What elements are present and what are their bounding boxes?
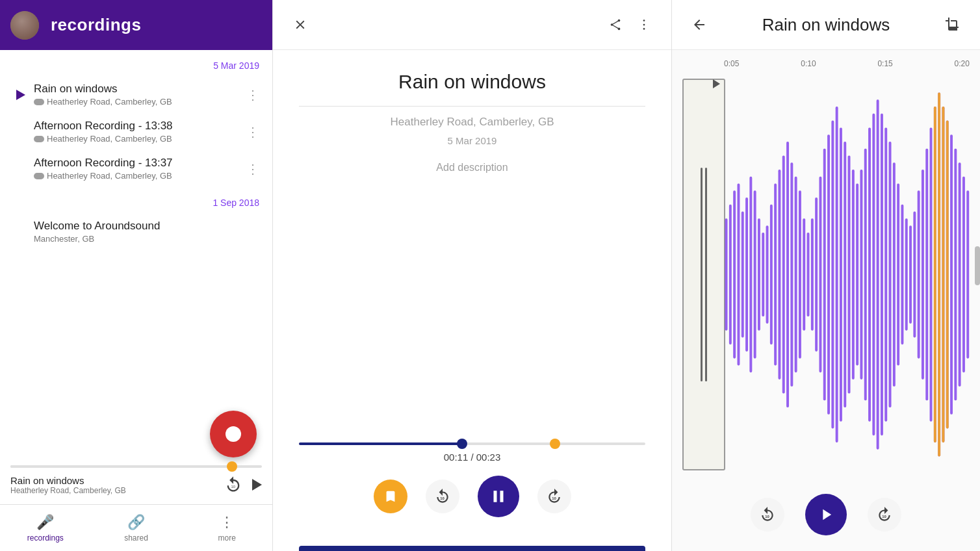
cloud-icon <box>34 173 44 179</box>
nav-shared[interactable]: 🔗 shared <box>91 505 182 551</box>
progress-playhead[interactable] <box>457 439 467 449</box>
list-item[interactable]: Rain on windows Heatherley Road, Camberl… <box>0 76 272 113</box>
recording-title: Welcome to Aroundsound <box>34 220 262 233</box>
svg-rect-27 <box>790 162 793 387</box>
playback-controls: 10 10 <box>374 476 571 517</box>
mini-player-location: Heatherley Road, Camberley, GB <box>10 486 222 495</box>
mini-player-controls: 10 <box>222 473 262 496</box>
pause-icon <box>489 487 508 506</box>
svg-rect-72 <box>938 93 940 457</box>
left-progress-fill <box>10 465 237 468</box>
right-content: 0:05 0:10 0:15 0:20 <box>672 50 980 481</box>
progress-played <box>299 442 465 445</box>
nav-shared-label: shared <box>124 533 148 543</box>
play-mini-icon <box>252 479 262 491</box>
mini-player-title: Rain on windows <box>10 475 222 486</box>
recording-title: Afternoon Recording - 13:37 <box>34 157 244 170</box>
svg-point-8 <box>643 28 645 30</box>
left-progress-bar[interactable] <box>10 465 262 468</box>
link-icon: 🔗 <box>127 514 145 531</box>
progress-track[interactable] <box>299 442 645 445</box>
replay10-button[interactable]: 10 <box>222 473 245 496</box>
svg-rect-48 <box>877 99 879 449</box>
timeline-label-3: 0:15 <box>877 59 892 68</box>
recording-location: Heatherley Road, Camberley, GB <box>34 134 244 144</box>
more-vert-icon[interactable]: ⋮ <box>244 122 262 142</box>
playhead-slider[interactable] <box>682 79 725 470</box>
recording-location: Manchester, GB <box>34 234 262 244</box>
svg-rect-51 <box>889 142 892 407</box>
svg-rect-49 <box>881 114 883 435</box>
svg-rect-53 <box>897 184 899 366</box>
share-icon <box>608 18 623 32</box>
svg-rect-13 <box>733 190 736 358</box>
pause-button[interactable] <box>478 476 519 517</box>
more-vert-icon <box>637 18 651 32</box>
nav-recordings[interactable]: 🎤 recordings <box>0 505 91 551</box>
list-item[interactable]: Welcome to Aroundsound Manchester, GB <box>0 213 272 250</box>
svg-rect-11 <box>725 218 728 330</box>
list-item[interactable]: Afternoon Recording - 13:38 Heatherley R… <box>0 113 272 150</box>
bookmark-icon <box>383 489 398 504</box>
svg-rect-23 <box>774 184 777 366</box>
svg-rect-66 <box>950 135 953 415</box>
svg-rect-67 <box>954 149 957 401</box>
more-options-button[interactable] <box>630 10 658 39</box>
detail-title: Rain on windows <box>398 71 546 93</box>
mic-icon: 🎤 <box>36 514 54 531</box>
scroll-indicator[interactable] <box>975 246 980 285</box>
share-button[interactable] <box>601 10 630 39</box>
timeline-labels: 0:05 0:10 0:15 0:20 <box>724 59 970 68</box>
svg-rect-24 <box>778 170 780 379</box>
forward10-right-icon: 10 <box>876 506 893 523</box>
svg-line-5 <box>612 25 619 29</box>
left-progress-area <box>0 463 272 468</box>
bookmark-button[interactable] <box>374 480 407 513</box>
svg-rect-21 <box>766 225 769 324</box>
right-title: Rain on windows <box>714 15 938 35</box>
middle-top-bar <box>273 0 671 50</box>
detail-location: Heatherley Road, Camberley, GB <box>391 116 554 129</box>
detail-date: 5 Mar 2019 <box>448 135 497 146</box>
svg-text:10: 10 <box>882 515 886 519</box>
svg-rect-16 <box>745 198 748 352</box>
replay10-button[interactable]: 10 <box>426 480 459 513</box>
record-dot-icon <box>226 426 241 442</box>
mini-player: Rain on windows Heatherley Road, Camberl… <box>0 468 272 504</box>
forward10-right-button[interactable]: 10 <box>868 498 901 532</box>
mini-play-button[interactable] <box>250 479 262 491</box>
nav-more[interactable]: ⋮ more <box>181 505 272 551</box>
svg-rect-34 <box>819 177 821 373</box>
svg-rect-38 <box>836 107 838 442</box>
svg-rect-14 <box>737 184 740 366</box>
back-icon <box>691 17 707 32</box>
svg-rect-44 <box>860 170 862 379</box>
crop-button[interactable] <box>938 10 967 39</box>
forward10-button[interactable]: 10 <box>537 480 571 513</box>
timeline-label-2: 0:10 <box>801 59 816 68</box>
record-button[interactable] <box>210 411 257 457</box>
waveform-svg <box>724 79 970 470</box>
svg-rect-32 <box>811 218 814 330</box>
play-right-button[interactable] <box>805 494 847 535</box>
replay10-right-icon: 10 <box>759 506 776 523</box>
more-vert-icon[interactable]: ⋮ <box>244 84 262 105</box>
left-panel: recordings 5 Mar 2019 Rain on windows He… <box>0 0 273 551</box>
svg-rect-55 <box>905 218 908 330</box>
replay10-right-button[interactable]: 10 <box>751 498 784 532</box>
left-header: recordings <box>0 0 272 50</box>
play-button[interactable] <box>10 86 29 104</box>
svg-rect-19 <box>758 218 760 330</box>
time-display: 00:11 / 00:23 <box>299 452 645 463</box>
avatar[interactable] <box>10 11 39 40</box>
more-vert-icon[interactable]: ⋮ <box>244 159 262 179</box>
add-description-button[interactable]: Add description <box>436 162 508 173</box>
svg-rect-33 <box>815 198 818 352</box>
progress-marker[interactable] <box>550 439 560 449</box>
close-button[interactable] <box>286 10 315 39</box>
list-item[interactable]: Afternoon Recording - 13:37 Heatherley R… <box>0 150 272 187</box>
recording-title: Afternoon Recording - 13:38 <box>34 120 244 133</box>
cloud-icon <box>34 99 44 105</box>
left-progress-thumb[interactable] <box>227 461 237 472</box>
back-button[interactable] <box>685 10 714 39</box>
